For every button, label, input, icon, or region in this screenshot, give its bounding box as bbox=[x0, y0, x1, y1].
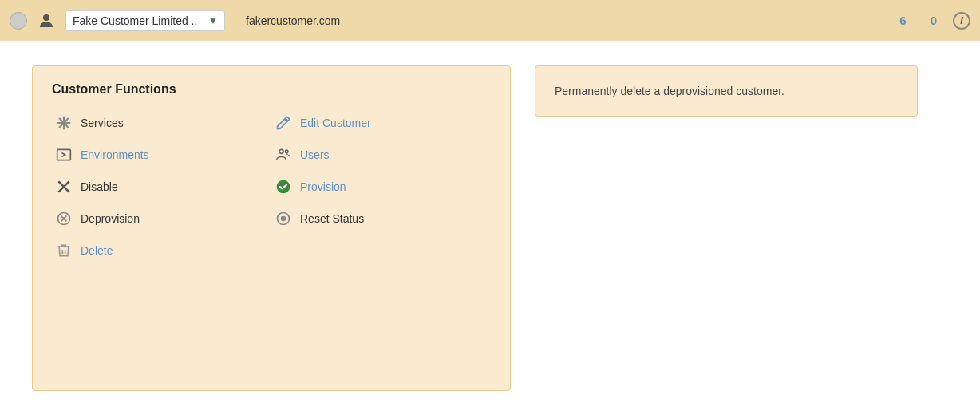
function-item-reset-status[interactable]: Reset Status bbox=[271, 205, 491, 232]
function-item-environments[interactable]: Environments bbox=[52, 141, 271, 168]
svg-point-7 bbox=[286, 150, 288, 152]
reset-status-label: Reset Status bbox=[300, 212, 364, 225]
customer-functions-panel: Customer Functions Services bbox=[32, 65, 511, 391]
top-bar: Fake Customer Limited .. ▼ fakercustomer… bbox=[0, 0, 980, 42]
function-item-edit-customer[interactable]: Edit Customer bbox=[271, 109, 491, 136]
users-label: Users bbox=[300, 148, 330, 161]
info-icon-button[interactable]: i bbox=[953, 12, 970, 30]
info-panel-text: Permanently delete a deprovisioned custo… bbox=[555, 82, 898, 100]
info-panel: Permanently delete a deprovisioned custo… bbox=[535, 65, 918, 117]
deprovision-label: Deprovision bbox=[81, 212, 140, 225]
delete-label: Delete bbox=[81, 244, 113, 257]
function-item-users[interactable]: Users bbox=[271, 141, 491, 168]
customer-name-box[interactable]: Fake Customer Limited .. ▼ bbox=[65, 10, 225, 31]
svg-rect-5 bbox=[57, 149, 71, 160]
functions-grid: Services Edit Customer bbox=[52, 109, 491, 264]
function-item-deprovision[interactable]: Deprovision bbox=[52, 205, 271, 232]
count-badge-1: 6 bbox=[899, 14, 906, 27]
asterisk-icon bbox=[55, 114, 73, 132]
arrow-right-box-icon bbox=[55, 146, 73, 164]
dropdown-arrow-icon: ▼ bbox=[208, 15, 218, 26]
status-circle bbox=[10, 12, 27, 30]
panel-title: Customer Functions bbox=[52, 82, 491, 97]
circle-x-icon bbox=[55, 210, 73, 227]
function-item-provision[interactable]: Provision bbox=[271, 173, 491, 200]
trash-icon bbox=[55, 242, 73, 259]
svg-point-6 bbox=[279, 149, 283, 153]
count-badge-2: 0 bbox=[931, 14, 937, 27]
function-item-services[interactable]: Services bbox=[52, 109, 271, 136]
function-item-delete[interactable]: Delete bbox=[52, 237, 271, 264]
customer-name-label: Fake Customer Limited .. bbox=[73, 14, 204, 27]
x-icon bbox=[55, 178, 73, 196]
check-circle-icon bbox=[275, 178, 292, 196]
svg-point-15 bbox=[282, 217, 286, 221]
disable-label: Disable bbox=[81, 180, 118, 193]
avatar-icon bbox=[35, 10, 57, 32]
customer-website: fakercustomer.com bbox=[246, 14, 891, 27]
main-content: Customer Functions Services bbox=[0, 42, 980, 415]
edit-customer-label: Edit Customer bbox=[300, 117, 371, 129]
svg-point-0 bbox=[43, 14, 49, 21]
users-icon bbox=[275, 146, 292, 164]
services-label: Services bbox=[81, 117, 124, 129]
provision-label: Provision bbox=[300, 180, 346, 193]
circle-dot-icon bbox=[275, 210, 292, 227]
pencil-icon bbox=[275, 114, 292, 132]
environments-label: Environments bbox=[81, 148, 149, 161]
function-item-disable[interactable]: Disable bbox=[52, 173, 271, 200]
